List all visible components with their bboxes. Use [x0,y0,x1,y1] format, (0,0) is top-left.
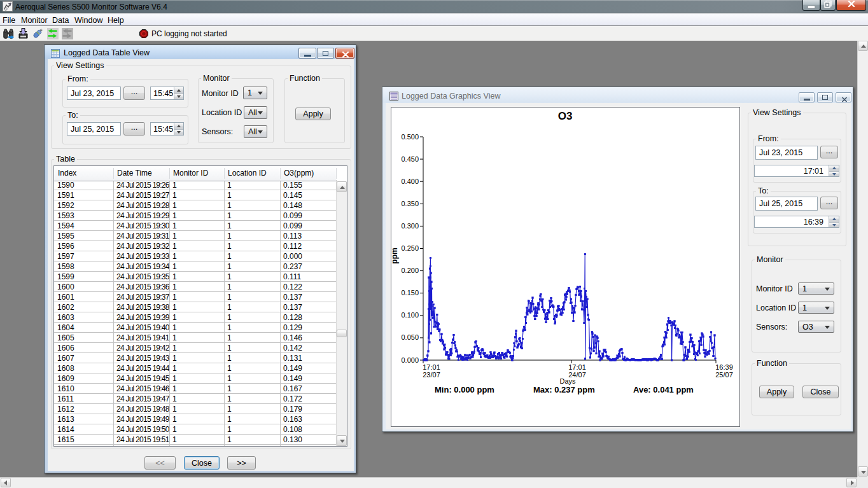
svg-text:17:01: 17:01 [423,363,440,371]
svg-text:23/07: 23/07 [423,371,440,379]
svg-text:0.200: 0.200 [401,267,419,274]
svg-text:0.000: 0.000 [401,356,419,364]
svg-text:0.100: 0.100 [401,311,419,319]
svg-text:0.350: 0.350 [401,200,419,207]
svg-text:0.300: 0.300 [401,222,419,230]
svg-text:16:39: 16:39 [715,363,733,371]
svg-text:0.450: 0.450 [401,155,419,163]
svg-text:O3: O3 [558,110,573,122]
svg-text:0.050: 0.050 [401,333,419,341]
svg-text:25/07: 25/07 [715,371,733,379]
svg-text:0.400: 0.400 [401,178,419,185]
svg-text:0.150: 0.150 [401,289,419,296]
svg-text:0.250: 0.250 [401,244,419,252]
svg-text:Min: 0.000 ppm: Min: 0.000 ppm [435,385,494,394]
svg-text:0.500: 0.500 [401,133,419,141]
svg-text:Ave: 0.041 ppm: Ave: 0.041 ppm [633,385,694,394]
svg-text:ppm: ppm [391,247,399,263]
svg-text:17:01: 17:01 [568,363,586,371]
svg-text:Days: Days [559,377,576,385]
svg-text:Max: 0.237 ppm: Max: 0.237 ppm [533,385,595,394]
